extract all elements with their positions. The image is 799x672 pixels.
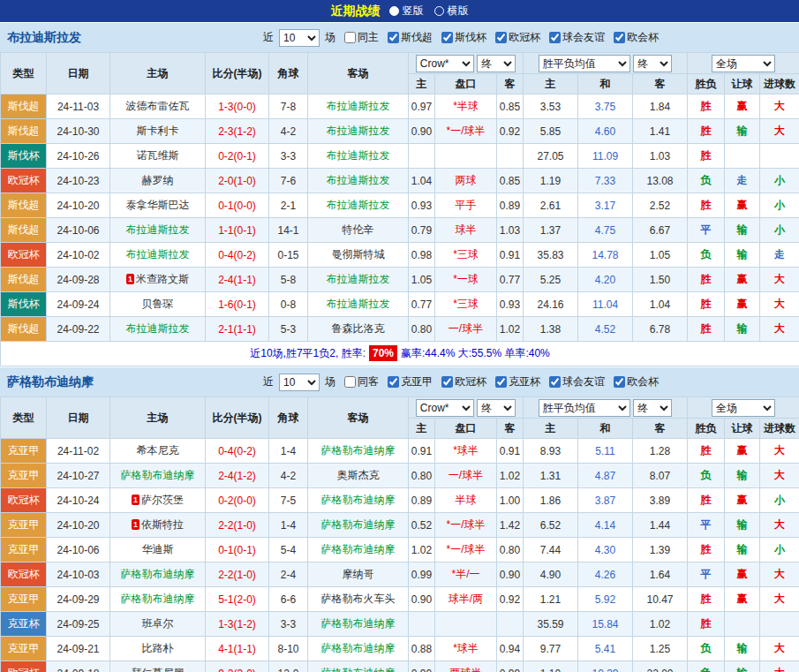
section-header: 布拉迪斯拉发 近10场同主斯伐超斯伐杯欧冠杯球会友谊欧会杯: [0, 22, 799, 52]
match-score: 2-2(1-0): [206, 563, 269, 587]
league-type-badge: 克亚杯: [1, 612, 47, 637]
goals-result: 大: [760, 637, 799, 661]
avg-draw-odds: 14.78: [578, 243, 633, 268]
final-odds-select[interactable]: 终: [477, 55, 516, 72]
goals-result: 大: [760, 439, 799, 464]
league-checkbox[interactable]: [495, 32, 507, 43]
league-checkbox[interactable]: [441, 32, 453, 43]
bookmaker-select[interactable]: Crow*: [416, 399, 474, 417]
view-option[interactable]: 竖版: [389, 4, 424, 19]
handicap-result: 输: [725, 464, 760, 488]
match-date: 24-09-28: [47, 268, 110, 292]
avg-away-odds: 2.52: [633, 193, 688, 218]
recent-count-select[interactable]: 10: [279, 29, 320, 47]
match-date: 24-09-22: [47, 317, 110, 342]
recent-count-select[interactable]: 10: [279, 374, 320, 391]
match-score: 5-1(2-0): [206, 587, 269, 612]
match-row: 欧冠杯24-09-18拜仁慕尼黑9-2(3-0)12-0萨格勒布迪纳摩0.90两…: [1, 661, 799, 672]
view-option[interactable]: 横版: [434, 4, 469, 19]
league-filter[interactable]: 欧冠杯: [435, 374, 486, 389]
league-checkbox[interactable]: [549, 32, 561, 43]
match-score: 1-6(0-1): [206, 292, 269, 317]
avg-home-odds: 1.37: [524, 218, 578, 243]
handicap-result: 赢: [725, 563, 760, 587]
league-filter[interactable]: 克亚杯: [489, 374, 540, 389]
away-team-name: 特伦辛: [343, 223, 374, 236]
league-checkbox[interactable]: [388, 376, 399, 388]
final-odds-select-2[interactable]: 终: [633, 399, 672, 417]
same-venue-checkbox[interactable]: [344, 376, 356, 388]
avg-home-odds: 1.86: [524, 488, 578, 513]
avg-odds-select[interactable]: 胜平负均值: [539, 399, 630, 417]
scope-group-header: 全场: [688, 53, 799, 74]
away-team-name: 布拉迪斯拉发: [327, 125, 390, 137]
league-checkbox[interactable]: [614, 376, 625, 388]
league-checkbox[interactable]: [441, 376, 453, 388]
league-filter-label: 欧会杯: [627, 374, 659, 389]
league-checkbox[interactable]: [495, 376, 507, 388]
league-checkbox[interactable]: [614, 32, 625, 43]
league-filter[interactable]: 欧会杯: [607, 374, 659, 389]
same-venue-filter[interactable]: 同客: [338, 374, 379, 389]
league-type-badge: 斯伐超: [1, 218, 47, 243]
match-date: 24-10-30: [47, 119, 110, 144]
home-team-name: 布拉迪斯拉发: [126, 248, 190, 260]
league-checkbox[interactable]: [388, 32, 399, 43]
league-type-badge: 克亚甲: [1, 538, 47, 563]
league-filter[interactable]: 球会友谊: [543, 30, 605, 45]
avg-draw-odds: 4.30: [578, 538, 633, 563]
handicap-result: 输: [725, 637, 760, 661]
match-result: 胜: [688, 538, 725, 563]
asian-home-odds: 0.79: [409, 218, 435, 243]
league-filter[interactable]: 斯伐杯: [435, 30, 486, 45]
asian-away-odds: [497, 144, 524, 169]
handicap-result: 输: [725, 119, 760, 144]
handicap-result: [725, 144, 760, 169]
goals-result: 大: [760, 563, 799, 587]
col-ep-home: 主: [524, 419, 578, 439]
away-team: 布拉迪斯拉发: [308, 292, 409, 317]
asian-home-odds: 0.90: [409, 661, 435, 672]
league-filter[interactable]: 斯伐超: [381, 30, 433, 45]
corner-count: 7-6: [269, 169, 308, 193]
same-venue-filter[interactable]: 同主: [338, 30, 379, 45]
corner-count: 3-3: [269, 144, 308, 169]
avg-away-odds: 1.41: [633, 119, 688, 144]
league-filter[interactable]: 球会友谊: [543, 374, 605, 389]
summary: 近10场,胜7平1负2, 胜率:70%赢率:44.4% 大:55.5% 单率:4…: [1, 342, 799, 366]
league-filter[interactable]: 欧会杯: [607, 30, 659, 45]
asian-handicap-line: *一/球半: [435, 538, 497, 563]
handicap-result: 输: [725, 218, 760, 243]
league-filter[interactable]: 克亚甲: [381, 374, 433, 389]
scope-select[interactable]: 全场: [712, 399, 775, 417]
avg-away-odds: 10.47: [633, 587, 688, 612]
avg-away-odds: 1.50: [633, 268, 688, 292]
match-date: 24-10-26: [47, 144, 110, 169]
away-team-name: 鲁森比洛克: [332, 322, 385, 335]
avg-draw-odds: 4.20: [578, 268, 633, 292]
asian-away-odds: 0.91: [497, 243, 524, 268]
asian-away-odds: 0.94: [497, 637, 524, 661]
league-type-badge: 克亚甲: [1, 439, 47, 464]
league-filter[interactable]: 欧冠杯: [489, 30, 540, 45]
bookmaker-select[interactable]: Crow*: [416, 55, 474, 72]
red-badge-icon: 1: [132, 495, 139, 505]
home-team-name: 萨尔茨堡: [141, 494, 184, 506]
final-odds-select-2[interactable]: 终: [633, 55, 672, 72]
match-row: 克亚甲24-11-02希本尼克0-4(0-2)1-4萨格勒布迪纳摩0.91*球半…: [1, 439, 799, 464]
avg-away-odds: 1.03: [633, 144, 688, 169]
corner-count: 3-3: [269, 612, 308, 637]
asian-home-odds: 1.02: [409, 538, 435, 563]
match-score: 2-0(1-0): [206, 169, 269, 193]
handicap-result: 走: [725, 169, 760, 193]
match-row: 克亚甲24-10-27萨格勒布迪纳摩2-4(1-2)4-2奥斯杰克0.80一/球…: [1, 464, 799, 488]
league-checkbox[interactable]: [549, 376, 561, 388]
asian-handicap-line: *一/球半: [435, 119, 497, 144]
match-score: 4-1(1-1): [206, 637, 269, 661]
match-result: 胜: [688, 268, 725, 292]
home-team: 1米查路文斯: [110, 268, 206, 292]
final-odds-select[interactable]: 终: [477, 399, 516, 417]
same-venue-checkbox[interactable]: [344, 32, 356, 43]
scope-select[interactable]: 全场: [712, 55, 775, 72]
avg-odds-select[interactable]: 胜平负均值: [539, 55, 630, 72]
